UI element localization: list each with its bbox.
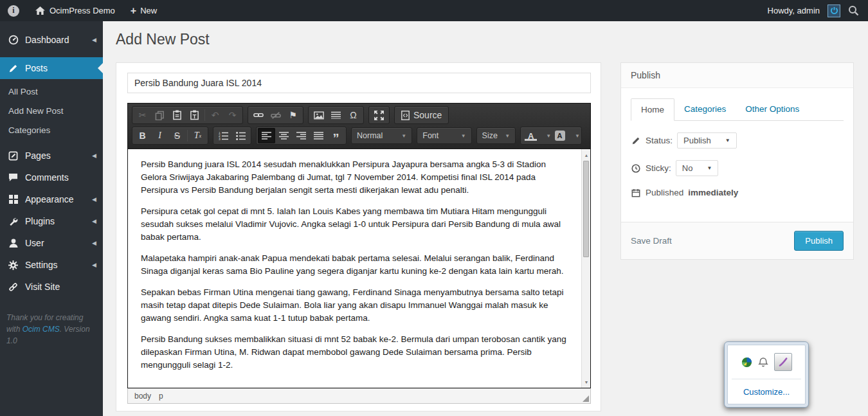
paragraph: Malapetaka hampiri anak-anak Papua mende… [141, 252, 567, 278]
posts-submenu: All Post Add New Post Categories [0, 79, 103, 145]
ocim-cms-link[interactable]: Ocim CMS [23, 325, 60, 334]
published-row: Published immediately [631, 188, 844, 197]
align-left-button[interactable] [258, 128, 275, 143]
maximize-button[interactable] [370, 107, 388, 123]
howdy-text[interactable]: Howdy, admin [768, 6, 820, 15]
blockquote-button[interactable]: ” [327, 128, 345, 143]
about-menu[interactable]: i [0, 0, 27, 21]
save-draft-link[interactable]: Save Draft [631, 236, 672, 246]
undo-button[interactable]: ↶ [206, 107, 224, 123]
post-title-input[interactable] [127, 73, 591, 93]
unlink-button[interactable] [267, 107, 284, 123]
sidebar-item-categories[interactable]: Categories [0, 120, 103, 140]
tab-home[interactable]: Home [631, 98, 674, 121]
align-right-icon [296, 132, 306, 140]
bulleted-list-button[interactable] [232, 128, 249, 143]
customize-link[interactable]: Customize... [728, 379, 805, 404]
publish-button[interactable]: Publish [794, 231, 844, 251]
chevron-left-icon: ◀ [92, 240, 96, 246]
post-body-text[interactable]: Persib Bandung juara ISL 2014 sesudah me… [128, 149, 581, 388]
align-center-button[interactable] [275, 128, 293, 143]
cut-button[interactable]: ✂ [134, 107, 151, 123]
paragraph: Sepakan bebas Firman Utina mengenai tian… [141, 286, 567, 325]
sidebar-item-visit-site[interactable]: Visit Site [0, 276, 103, 298]
topbar-right: Howdy, admin [768, 0, 868, 21]
sidebar-item-settings[interactable]: Settings ◀ [0, 254, 103, 276]
idm-icon[interactable] [741, 357, 752, 368]
bell-icon[interactable] [758, 357, 768, 368]
sidebar-item-pages[interactable]: Pages ◀ [0, 145, 103, 167]
status-row: Status: Publish▼ [631, 132, 844, 149]
size-select[interactable]: Size▼ [476, 127, 516, 144]
align-right-button[interactable] [293, 128, 310, 143]
admin-topbar: i OcimPress Demo + New Howdy, admin [0, 0, 868, 21]
strikethrough-button[interactable]: S [168, 128, 186, 143]
resize-grip[interactable] [583, 395, 589, 402]
scroll-down-arrow[interactable]: ▼ [582, 377, 591, 386]
new-menu[interactable]: + New [123, 0, 165, 21]
numbered-list-icon: 123 [219, 132, 228, 140]
insert-group: Ω [308, 106, 364, 124]
editor-content-area[interactable]: Persib Bandung juara ISL 2014 sesudah me… [127, 149, 591, 388]
chevron-down-icon[interactable]: ▼ [546, 133, 551, 139]
justify-icon [314, 132, 323, 140]
numbered-list-button[interactable]: 123 [215, 128, 232, 143]
italic-button[interactable]: I [151, 128, 168, 143]
source-button[interactable]: Source [396, 107, 447, 123]
sidebar-item-add-new-post[interactable]: Add New Post [0, 101, 103, 120]
chevron-down-icon: ▼ [707, 165, 712, 171]
paragraph: Persipura cetak gol cepat di mnt 5. Iala… [141, 205, 567, 244]
bold-button[interactable]: B [134, 128, 151, 143]
tray-overflow-popup: Customize... [724, 341, 809, 408]
background-color-button[interactable]: A [551, 128, 568, 143]
copy-button[interactable] [151, 107, 168, 123]
redo-button[interactable]: ↷ [224, 107, 241, 123]
image-button[interactable] [310, 107, 327, 123]
comments-icon [8, 172, 19, 183]
font-select[interactable]: Font▼ [417, 127, 471, 144]
sidebar-item-appearance[interactable]: Appearance ◀ [0, 188, 103, 210]
sidebar-item-comments[interactable]: Comments [0, 167, 103, 188]
horizontal-rule-button[interactable] [327, 107, 345, 123]
sidebar-item-user[interactable]: User ◀ [0, 232, 103, 254]
tab-other-options[interactable]: Other Options [736, 98, 809, 120]
link-button[interactable] [249, 107, 267, 123]
status-label: Status: [646, 136, 673, 145]
publish-tabs: Home Categories Other Options [631, 98, 844, 121]
path-p[interactable]: p [159, 392, 163, 401]
format-select[interactable]: Normal▼ [351, 127, 412, 144]
search-button[interactable] [848, 5, 859, 16]
admin-sidebar: Dashboard ◀ Posts All Post Add New Post … [0, 21, 103, 416]
path-body[interactable]: body [134, 392, 151, 401]
text-color-button[interactable]: A [522, 128, 539, 143]
anchor-button[interactable]: ⚑ [284, 107, 302, 123]
sticky-select[interactable]: No▼ [676, 160, 719, 176]
rich-text-editor: ✂ ↶ ↷ [127, 103, 591, 404]
logout-button[interactable] [827, 5, 840, 17]
sidebar-item-plugins[interactable]: Plugins ◀ [0, 210, 103, 232]
new-label: New [140, 6, 157, 15]
status-select[interactable]: Publish▼ [677, 132, 737, 149]
editor-scrollbar[interactable]: ▲ ▼ [581, 149, 590, 388]
pen-tray-icon[interactable] [774, 353, 792, 371]
search-icon [848, 5, 859, 16]
scrollbar-thumb[interactable] [583, 161, 589, 257]
justify-button[interactable] [310, 128, 327, 143]
site-menu[interactable]: OcimPress Demo [27, 0, 123, 21]
appearance-icon [8, 194, 19, 205]
scroll-up-arrow[interactable]: ▲ [582, 150, 591, 159]
sidebar-footer-note: Thank you for creating with Ocim CMS. Ve… [6, 312, 98, 347]
published-value: immediately [688, 188, 738, 197]
active-arrow [98, 63, 103, 73]
paste-text-button[interactable] [186, 107, 203, 123]
toolbar-separator [204, 109, 205, 121]
calendar-icon [631, 188, 641, 197]
paste-button[interactable] [168, 107, 186, 123]
tab-categories[interactable]: Categories [674, 98, 736, 120]
sidebar-item-dashboard[interactable]: Dashboard ◀ [0, 29, 103, 51]
chevron-down-icon[interactable]: ▼ [575, 133, 580, 139]
remove-format-button[interactable]: Tx [189, 128, 206, 143]
sidebar-item-all-post[interactable]: All Post [0, 82, 103, 101]
special-char-button[interactable]: Ω [345, 107, 362, 123]
sidebar-item-posts[interactable]: Posts [0, 57, 103, 79]
